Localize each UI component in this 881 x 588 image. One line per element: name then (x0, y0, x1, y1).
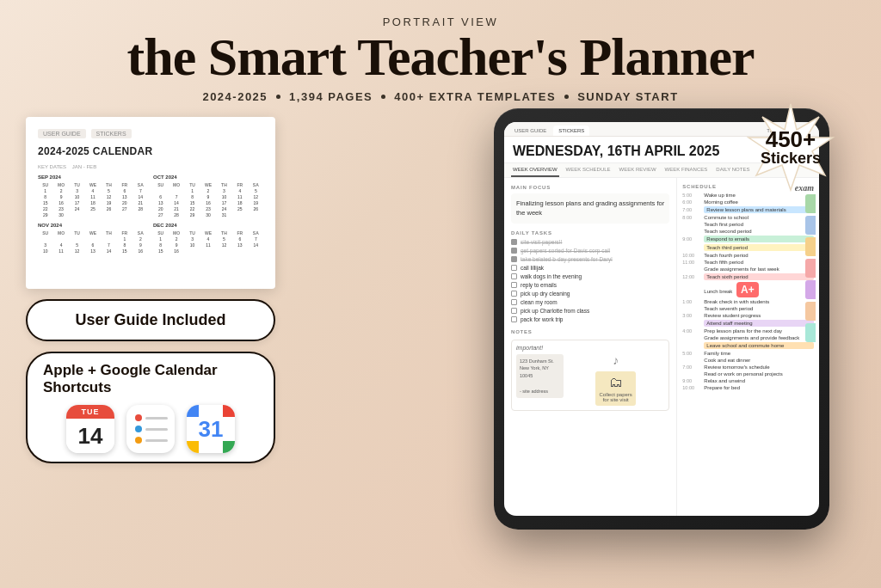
sched-coffee: 6:00 Morning coffee (682, 199, 814, 205)
gcal-corner-br (223, 441, 235, 453)
side-tab-green (805, 194, 816, 213)
screen-tab-stickers: STICKERS (553, 126, 589, 136)
gcal-corner-tr (223, 405, 235, 417)
side-tabs (805, 194, 816, 342)
calendar-shortcuts-title: Apple + Google Calendar Shortcuts (43, 362, 258, 396)
task-6: reply to emails (511, 282, 669, 288)
dot-1 (276, 95, 280, 99)
task-check-9 (511, 308, 517, 314)
task-check-10 (511, 316, 517, 322)
task-check-3 (511, 256, 517, 262)
side-tab-orange (805, 302, 816, 321)
reminder-row-2 (135, 426, 168, 432)
paper-tabs: USER GUIDE STICKERS (38, 129, 263, 138)
reminder-dot-blue (135, 426, 142, 432)
subtitle-pages: 1,394 PAGES (289, 90, 373, 103)
paper-calendar-title: 2024-2025 CALENDAR (38, 145, 263, 157)
task-text-4: call lillijak (521, 265, 544, 271)
task-text-7: pick up dry cleaning (521, 291, 570, 297)
screen-nav-week-finances[interactable]: WEEK FINANCES (663, 163, 710, 177)
sched-leave: Leave school and commute home (682, 342, 814, 349)
side-tab-purple (805, 280, 816, 299)
sched-cook: Cook and eat dinner (682, 358, 814, 363)
gcal-corner-bl (187, 441, 199, 453)
sched-sixth: 12:00 Teach sixth period (682, 273, 814, 280)
gcal-corner-tl (187, 405, 199, 417)
notes-sketch: 123 Dunham St.New York, NY 10045- site a… (516, 354, 664, 406)
task-7: pick up dry cleaning (511, 291, 669, 297)
side-tab-red (805, 259, 816, 278)
task-10: pack for work trip (511, 316, 669, 322)
task-1: site visit papers!! (511, 239, 669, 245)
main-focus-box: Finalizing lesson plans and grading assi… (511, 193, 669, 224)
task-text-3: take belated b-day presents for Daryl (521, 256, 613, 262)
task-text-10: pack for work trip (521, 316, 564, 322)
main-focus-label: MAIN FOCUS (511, 185, 669, 190)
google-calendar-icon: 31 (187, 405, 235, 453)
daily-tasks-list: site visit papers!! get papers sorted fo… (511, 239, 669, 322)
side-tab-blue (805, 216, 816, 235)
subtitle-year: 2024-2025 (202, 90, 268, 103)
mini-cal-nov: NOV 2024 SUMOTUWETHFRSA 12 3456789 10111… (38, 223, 148, 254)
screen-nav-week-overview[interactable]: WEEK OVERVIEW (511, 163, 559, 177)
task-text-6: reply to emails (521, 282, 557, 288)
task-3: take belated b-day presents for Daryl (511, 256, 669, 262)
task-check-2 (511, 248, 517, 254)
calendar-shortcuts-badge: Apple + Google Calendar Shortcuts TUE 14 (26, 352, 275, 463)
notes-label: NOTES (511, 329, 669, 334)
screen-nav-week-schedule[interactable]: WEEK SCHEDULE (564, 163, 613, 177)
screen-body: MAIN FOCUS Finalizing lesson plans and g… (504, 178, 819, 516)
sched-family: 5:00 Family time (682, 351, 814, 356)
main-title: the Smart Teacher's Planner (127, 30, 755, 83)
sched-grade-feedback: Grade assignments and provide feedback (682, 335, 814, 340)
notes-box: important! 123 Dunham St.New York, NY 10… (511, 340, 669, 411)
mini-cal-sep: SEP 2024 SUMOTUWETHFRSA 1234567 89101112… (38, 175, 148, 217)
reminder-row-3 (135, 437, 168, 444)
side-tab-yellow (805, 237, 816, 256)
subtitle-row: 2024-2025 1,394 PAGES 400+ EXTRA TEMPLAT… (202, 90, 678, 103)
sched-checkin: 1:00 Break check in with students (682, 299, 814, 304)
sched-grade-prev: Grade assignments for last week (682, 266, 814, 272)
calendar-icons-row: TUE 14 (66, 405, 235, 453)
notes-address: 123 Dunham St.New York, NY 10045- site a… (516, 354, 564, 399)
paper-calendar-grid: SEP 2024 SUMOTUWETHFRSA 1234567 89101112… (38, 175, 263, 254)
schedule-list: 5:00 Wake up time 6:00 Morning coffee 7:… (682, 193, 814, 390)
subtitle-templates: 400+ EXTRA TEMPLATES (394, 90, 556, 103)
portrait-label: PORTRAIT VIEW (383, 15, 499, 28)
dot-3 (564, 95, 569, 99)
mini-cal-oct: OCT 2024 SUMOTUWETHFRSA 12345 6789101112… (153, 175, 263, 217)
notes-collect: 🗂 Collect papersfor site visit (595, 371, 635, 406)
screen-left-col: MAIN FOCUS Finalizing lesson plans and g… (504, 178, 677, 516)
sched-relax: 9:00 Relax and unwind (682, 378, 814, 383)
apple-cal-number: 14 (66, 419, 114, 453)
sched-bed: 10:00 Prepare for bed (682, 385, 814, 390)
sched-commute: 8:00 Commute to school (682, 215, 814, 220)
user-guide-badge: User Guide Included (26, 299, 275, 341)
paper-tab-stickers: STICKERS (91, 129, 132, 138)
reminder-dot-red (135, 414, 142, 421)
screen-nav-week-review[interactable]: WEEK REVIEW (618, 163, 658, 177)
side-tab-teal (805, 323, 816, 342)
task-check-1 (511, 239, 517, 245)
task-check-6 (511, 282, 517, 288)
musical-note-icon: ♪ (613, 354, 619, 368)
notes-important: important! (516, 345, 664, 351)
apple-calendar-icon: TUE 14 (66, 405, 114, 453)
sched-personal: Read or work on personal projects (682, 371, 814, 377)
sched-student-progress: 3:00 Review student progress (682, 313, 814, 318)
task-check-4 (511, 265, 517, 271)
daily-tasks-label: DAILY TASKS (511, 230, 669, 236)
sched-third: Teach third period (682, 244, 814, 251)
task-text-9: pick up Charlotte from class (521, 308, 589, 314)
paper-subtitle: KEY DATES JAN - FEB (38, 164, 263, 169)
task-text-1: site visit papers!! (521, 239, 562, 245)
left-panel: USER GUIDE STICKERS 2024-2025 CALENDAR K… (26, 117, 293, 463)
task-9: pick up Charlotte from class (511, 308, 669, 314)
task-text-8: clean my room (521, 299, 558, 305)
task-text-5: walk dogs in the evening (521, 273, 582, 279)
task-check-5 (511, 273, 517, 279)
task-5: walk dogs in the evening (511, 273, 669, 279)
sched-review: 7:00 Review lesson plans and materials (682, 206, 814, 213)
paper-document: USER GUIDE STICKERS 2024-2025 CALENDAR K… (26, 117, 275, 289)
notes-right: ♪ 🗂 Collect papersfor site visit (567, 354, 664, 406)
